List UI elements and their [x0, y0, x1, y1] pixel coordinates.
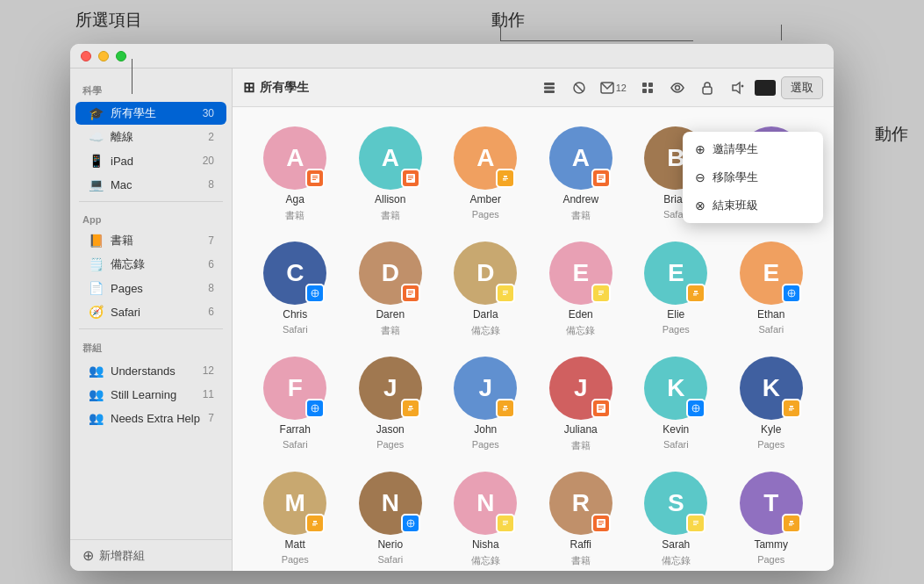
student-app: Safari: [377, 554, 403, 565]
sidebar-label-pages: Pages: [111, 282, 208, 295]
app-badge: [591, 514, 611, 533]
student-card[interactable]: JJasonPages: [346, 351, 436, 458]
app-badge: [401, 514, 420, 533]
student-card[interactable]: EEliePages: [631, 236, 721, 342]
avatar-wrapper: E: [644, 242, 707, 305]
avatar-wrapper: A: [549, 126, 612, 190]
student-card[interactable]: KKylePages: [727, 351, 817, 458]
svg-rect-45: [408, 294, 412, 295]
student-card[interactable]: DDarla備忘錄: [441, 236, 531, 342]
sidebar-item-notes[interactable]: 🗒️ 備忘錄 6: [75, 253, 226, 276]
app-badge: [496, 399, 515, 418]
svg-rect-17: [312, 177, 318, 178]
avatar-wrapper: S: [644, 472, 707, 535]
sidebar-count-mac: 8: [208, 178, 214, 191]
app-badge: [782, 284, 801, 303]
student-app: Safari: [283, 324, 308, 335]
student-app: Pages: [472, 439, 499, 450]
avatar-wrapper: E: [549, 242, 612, 305]
app-badge: [591, 169, 611, 188]
sidebar-item-ipad[interactable]: 📱 iPad 20: [75, 149, 226, 172]
eye-button[interactable]: [665, 76, 690, 100]
student-card[interactable]: DDaren書籍: [346, 236, 436, 342]
student-app: 備忘錄: [471, 554, 500, 567]
sidebar-item-still-learning[interactable]: 👥 Still Learning 11: [75, 383, 226, 406]
avatar-wrapper: J: [454, 357, 517, 420]
sidebar-label-understands: Understands: [111, 364, 203, 378]
grid-view-button[interactable]: [635, 76, 660, 100]
sidebar-label-still-learning: Still Learning: [111, 388, 203, 401]
student-card[interactable]: NNisha備忘錄: [441, 466, 531, 571]
student-card[interactable]: KKevinSafari: [631, 351, 721, 458]
actions-right-annotation: 動作: [875, 123, 908, 146]
student-card[interactable]: AAllison書籍: [346, 121, 436, 227]
student-name: Tammy: [754, 538, 788, 551]
svg-rect-28: [598, 177, 604, 178]
sidebar-item-offline[interactable]: ☁️ 離線 2: [75, 126, 226, 148]
layers-button[interactable]: [537, 76, 562, 100]
student-card[interactable]: TTammyPages: [727, 466, 817, 571]
student-app: 備忘錄: [566, 324, 595, 337]
student-card[interactable]: AAmberPages: [441, 121, 531, 227]
app-badge: [496, 514, 515, 533]
color-swatch[interactable]: [755, 80, 776, 96]
student-card[interactable]: JJohnPages: [441, 351, 531, 458]
sidebar-item-all-students[interactable]: 🎓 所有學生 30: [75, 102, 226, 125]
minimize-button[interactable]: [98, 51, 109, 61]
svg-rect-16: [312, 176, 318, 177]
block-button[interactable]: [567, 76, 591, 100]
avatar-wrapper: A: [359, 126, 422, 190]
svg-rect-49: [503, 294, 506, 295]
svg-rect-44: [408, 292, 413, 293]
sidebar-item-books[interactable]: 📙 書籍 7: [75, 229, 226, 252]
titlebar: [70, 44, 834, 68]
student-name: Matt: [285, 538, 305, 551]
lock-button[interactable]: [695, 76, 720, 100]
student-card[interactable]: SSarah備忘錄: [631, 466, 721, 571]
dropdown-menu: ⊕邀請學生⊖移除學生⊗結束班級: [683, 132, 823, 223]
student-card[interactable]: CChrisSafari: [250, 236, 340, 342]
student-app: 書籍: [571, 554, 591, 567]
student-app: Safari: [663, 439, 689, 450]
dropdown-item-end-class[interactable]: ⊗結束班級: [683, 191, 823, 220]
sidebar-item-needs-extra-help[interactable]: 👥 Needs Extra Help 7: [75, 407, 226, 429]
dropdown-item-remove[interactable]: ⊖移除學生: [683, 163, 823, 191]
sidebar-item-pages[interactable]: 📄 Pages 8: [75, 277, 226, 299]
select-button[interactable]: 選取: [781, 76, 823, 99]
student-app: 書籍: [381, 209, 400, 222]
add-group-button[interactable]: ⊕ 新增群組: [70, 539, 233, 571]
student-app: Pages: [376, 439, 404, 450]
dropdown-item-invite[interactable]: ⊕邀請學生: [683, 135, 823, 163]
student-card[interactable]: FFarrahSafari: [250, 351, 340, 458]
sidebar-item-understands[interactable]: 👥 Understands 12: [75, 359, 226, 382]
sidebar-toggle-icon: ⊞: [243, 79, 254, 96]
add-group-label: 新增群組: [99, 548, 145, 564]
student-card[interactable]: AAga書籍: [250, 121, 340, 227]
app-badge: [401, 169, 420, 188]
student-name: Sarah: [662, 538, 690, 551]
svg-rect-43: [408, 291, 413, 292]
dropdown-icon: ⊗: [695, 198, 706, 213]
svg-rect-73: [598, 407, 604, 408]
mail-button[interactable]: 12: [597, 76, 630, 100]
close-button[interactable]: [81, 51, 91, 61]
student-card[interactable]: EEthanSafari: [727, 236, 817, 342]
app-badge: [305, 284, 325, 303]
app-badge: [686, 284, 706, 303]
svg-rect-18: [312, 179, 316, 180]
avatar-wrapper: J: [359, 357, 422, 420]
student-app: 書籍: [285, 209, 304, 222]
maximize-button[interactable]: [116, 51, 126, 61]
student-card[interactable]: MMattPages: [250, 466, 340, 571]
app-badge: [401, 284, 420, 303]
svg-rect-94: [598, 521, 604, 522]
sidebar-item-mac[interactable]: 💻 Mac 8: [75, 173, 226, 196]
student-card[interactable]: RRaffi書籍: [536, 466, 627, 571]
mute-button[interactable]: [725, 76, 749, 100]
student-card[interactable]: NNerioSafari: [346, 466, 436, 571]
svg-rect-8: [642, 89, 647, 93]
student-card[interactable]: JJuliana書籍: [536, 351, 627, 458]
student-card[interactable]: EEden備忘錄: [536, 236, 627, 342]
sidebar-item-safari[interactable]: 🧭 Safari 6: [75, 300, 226, 323]
student-card[interactable]: AAndrew書籍: [536, 121, 627, 227]
